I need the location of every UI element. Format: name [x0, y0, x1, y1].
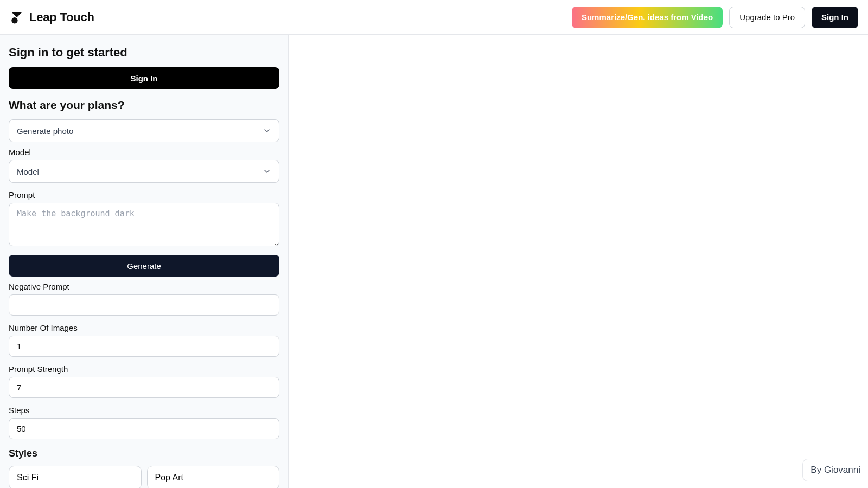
footer-credit: By Giovanni	[802, 459, 868, 481]
brand-logo-icon	[10, 10, 24, 24]
steps-input[interactable]	[9, 418, 279, 439]
plans-select[interactable]: Generate photo	[9, 119, 279, 142]
styles-grid: Sci Fi Pop Art Sketch Book Psychadelic	[9, 466, 279, 488]
controls-sidebar: Sign in to get started Sign In What are …	[0, 35, 289, 488]
brand: Leap Touch	[10, 10, 94, 24]
plans-select-value: Generate photo	[17, 126, 73, 136]
num-images-label: Number Of Images	[9, 323, 279, 332]
brand-name: Leap Touch	[29, 10, 94, 24]
output-canvas	[289, 35, 868, 488]
styles-heading: Styles	[9, 448, 279, 459]
style-chip[interactable]: Pop Art	[147, 466, 280, 488]
main-layout: Sign in to get started Sign In What are …	[0, 35, 868, 488]
sidebar-signin-button[interactable]: Sign In	[9, 67, 279, 89]
steps-label: Steps	[9, 406, 279, 415]
chevron-down-icon	[263, 126, 271, 135]
model-select[interactable]: Model	[9, 160, 279, 183]
svg-point-0	[11, 17, 17, 23]
header-signin-button[interactable]: Sign In	[812, 7, 858, 28]
negative-prompt-label: Negative Prompt	[9, 282, 279, 291]
signin-heading: Sign in to get started	[9, 46, 279, 60]
prompt-textarea[interactable]	[9, 203, 279, 246]
upgrade-pro-button[interactable]: Upgrade to Pro	[729, 7, 805, 28]
summarize-video-button[interactable]: Summarize/Gen. ideas from Video	[572, 7, 723, 28]
num-images-input[interactable]	[9, 336, 279, 357]
app-header: Leap Touch Summarize/Gen. ideas from Vid…	[0, 0, 868, 35]
model-select-value: Model	[17, 167, 39, 176]
model-label: Model	[9, 147, 279, 157]
prompt-label: Prompt	[9, 190, 279, 200]
plans-heading: What are your plans?	[9, 99, 279, 112]
generate-button[interactable]: Generate	[9, 255, 279, 277]
negative-prompt-input[interactable]	[9, 294, 279, 316]
style-chip[interactable]: Sci Fi	[9, 466, 142, 488]
prompt-strength-label: Prompt Strength	[9, 364, 279, 374]
prompt-strength-input[interactable]	[9, 377, 279, 398]
chevron-down-icon	[263, 167, 271, 176]
header-actions: Summarize/Gen. ideas from Video Upgrade …	[572, 7, 858, 28]
